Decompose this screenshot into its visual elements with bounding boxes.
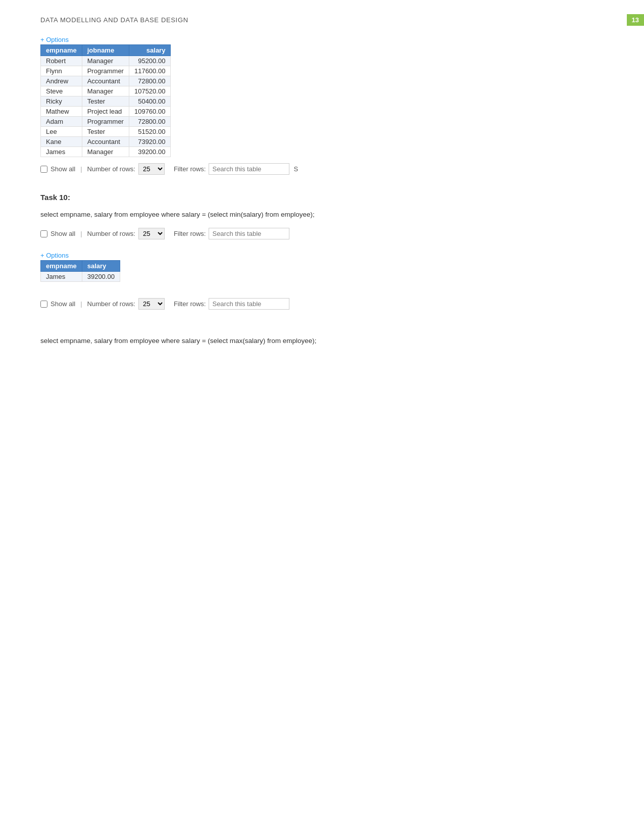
table1-options-link[interactable]: + Options — [40, 36, 69, 43]
table-row: RobertManager95200.00 — [41, 56, 171, 66]
table-cell: 51520.00 — [129, 127, 170, 137]
table2-search-input-bottom[interactable] — [209, 298, 289, 310]
table-cell: 72800.00 — [129, 76, 170, 86]
table-row: JamesManager39200.00 — [41, 147, 171, 157]
table2-show-all-checkbox-top[interactable] — [40, 230, 47, 237]
table-cell: Accountant — [82, 137, 129, 147]
table1-show-all-checkbox[interactable] — [40, 166, 47, 173]
table1-num-rows-select[interactable]: 25 50 100 — [138, 163, 165, 175]
table2-separator-top: | — [80, 230, 82, 237]
task10-sql1: select empname, salary from employee whe… — [40, 210, 604, 220]
table2-num-rows-label-top: Number of rows: — [87, 230, 135, 237]
table-cell: Manager — [82, 86, 129, 96]
table-row: RickyTester50400.00 — [41, 96, 171, 107]
table2-num-rows-select-top[interactable]: 25 50 100 — [138, 228, 165, 239]
table1-separator: | — [80, 165, 82, 173]
table2-filter-label-top: Filter rows: — [174, 230, 206, 237]
table1-filter-label: Filter rows: — [174, 165, 206, 173]
table-cell: Tester — [82, 96, 129, 107]
table-cell: 73920.00 — [129, 137, 170, 147]
col-empname: empname — [41, 45, 82, 56]
table1-num-rows-label: Number of rows: — [87, 165, 135, 173]
table-cell: Kane — [41, 137, 82, 147]
table1-s-label: S — [293, 165, 298, 173]
table-row: James39200.00 — [41, 272, 120, 282]
table-cell: Ricky — [41, 96, 82, 107]
table-row: KaneAccountant73920.00 — [41, 137, 171, 147]
table-cell: James — [41, 272, 82, 282]
table-cell: Programmer — [82, 117, 129, 127]
table1-controls-bottom: Show all | Number of rows: 25 50 100 Fil… — [40, 163, 604, 175]
page-number: 13 — [627, 14, 644, 26]
table-cell: Mathew — [41, 107, 82, 117]
col-salary: salary — [129, 45, 170, 56]
table-row: FlynnProgrammer117600.00 — [41, 66, 171, 76]
table1-section: + Options empname jobname salary RobertM… — [40, 36, 604, 175]
table-cell: 72800.00 — [129, 117, 170, 127]
task10-heading: Task 10: — [40, 193, 604, 202]
table1-show-all-label: Show all — [51, 165, 75, 173]
table-cell: Steve — [41, 86, 82, 96]
table2-options-link[interactable]: + Options — [40, 252, 69, 259]
table2-num-rows-select-bottom[interactable]: 25 50 100 — [138, 298, 165, 310]
table-cell: James — [41, 147, 82, 157]
col2-empname: empname — [41, 261, 82, 272]
page-header: DATA MODELLING AND DATA BASE DESIGN — [0, 0, 644, 24]
task10-sql2: select empname, salary from employee whe… — [40, 336, 604, 346]
col2-salary: salary — [82, 261, 120, 272]
table-row: MathewProject lead109760.00 — [41, 107, 171, 117]
table-row: LeeTester51520.00 — [41, 127, 171, 137]
table-cell: Project lead — [82, 107, 129, 117]
table-cell: Robert — [41, 56, 82, 66]
table-cell: Flynn — [41, 66, 82, 76]
table-cell: 50400.00 — [129, 96, 170, 107]
col-jobname: jobname — [82, 45, 129, 56]
table-cell: Adam — [41, 117, 82, 127]
table-row: AndrewAccountant72800.00 — [41, 76, 171, 86]
table1: empname jobname salary RobertManager9520… — [40, 44, 171, 157]
table-cell: Manager — [82, 56, 129, 66]
table-cell: 107520.00 — [129, 86, 170, 96]
table-cell: Lee — [41, 127, 82, 137]
table2-controls-top: Show all | Number of rows: 25 50 100 Fil… — [40, 228, 604, 239]
table-cell: Accountant — [82, 76, 129, 86]
table-row: SteveManager107520.00 — [41, 86, 171, 96]
table2: empname salary James39200.00 — [40, 260, 120, 282]
table2-num-rows-label-bottom: Number of rows: — [87, 300, 135, 308]
table-cell: Andrew — [41, 76, 82, 86]
table-cell: Tester — [82, 127, 129, 137]
table2-section: + Options empname salary James39200.00 — [40, 252, 604, 282]
table2-search-input-top[interactable] — [209, 228, 289, 239]
table2-separator-bottom: | — [80, 300, 82, 308]
table-cell: Manager — [82, 147, 129, 157]
table2-filter-label-bottom: Filter rows: — [174, 300, 206, 308]
table-row: AdamProgrammer72800.00 — [41, 117, 171, 127]
table2-show-all-label-top: Show all — [51, 230, 75, 237]
table2-controls-bottom: Show all | Number of rows: 25 50 100 Fil… — [40, 298, 604, 310]
table-cell: 117600.00 — [129, 66, 170, 76]
table-cell: 95200.00 — [129, 56, 170, 66]
table2-show-all-label-bottom: Show all — [51, 300, 75, 308]
table1-search-input[interactable] — [209, 163, 289, 175]
table-cell: 109760.00 — [129, 107, 170, 117]
table2-show-all-checkbox-bottom[interactable] — [40, 301, 47, 308]
table-cell: 39200.00 — [129, 147, 170, 157]
table-cell: Programmer — [82, 66, 129, 76]
table-cell: 39200.00 — [82, 272, 120, 282]
